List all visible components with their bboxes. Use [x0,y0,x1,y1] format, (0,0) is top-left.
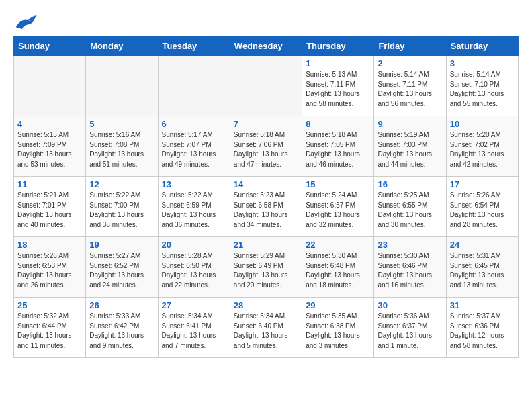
week-row-5: 25Sunrise: 5:32 AM Sunset: 6:44 PM Dayli… [14,298,519,358]
col-header-sunday: Sunday [14,37,86,56]
day-number: 3 [450,58,515,68]
week-row-2: 4Sunrise: 5:15 AM Sunset: 7:09 PM Daylig… [14,116,519,177]
day-number: 29 [306,300,370,310]
day-number: 1 [306,58,370,68]
day-number: 15 [306,179,370,189]
day-info: Sunrise: 5:30 AM Sunset: 6:46 PM Dayligh… [378,251,442,290]
day-info: Sunrise: 5:35 AM Sunset: 6:38 PM Dayligh… [306,312,370,351]
calendar-cell: 31Sunrise: 5:37 AM Sunset: 6:36 PM Dayli… [446,298,518,358]
day-number: 24 [450,240,515,250]
day-number: 16 [378,179,442,189]
calendar-cell [14,56,86,116]
day-info: Sunrise: 5:23 AM Sunset: 6:58 PM Dayligh… [234,191,298,230]
day-number: 7 [234,119,298,129]
day-number: 6 [162,119,226,129]
day-info: Sunrise: 5:26 AM Sunset: 6:54 PM Dayligh… [450,191,515,230]
calendar-cell: 18Sunrise: 5:26 AM Sunset: 6:53 PM Dayli… [14,237,86,298]
col-header-monday: Monday [86,37,158,56]
day-number: 21 [234,240,298,250]
calendar-cell: 12Sunrise: 5:22 AM Sunset: 7:00 PM Dayli… [86,177,158,237]
day-info: Sunrise: 5:25 AM Sunset: 6:55 PM Dayligh… [378,191,442,230]
calendar-cell [86,56,158,116]
week-row-1: 1Sunrise: 5:13 AM Sunset: 7:11 PM Daylig… [14,56,519,116]
day-number: 25 [17,300,82,310]
calendar-cell: 19Sunrise: 5:27 AM Sunset: 6:52 PM Dayli… [86,237,158,298]
calendar-cell: 11Sunrise: 5:21 AM Sunset: 7:01 PM Dayli… [14,177,86,237]
calendar-cell: 9Sunrise: 5:19 AM Sunset: 7:03 PM Daylig… [374,116,446,177]
day-number: 30 [378,300,442,310]
day-info: Sunrise: 5:34 AM Sunset: 6:41 PM Dayligh… [162,312,226,351]
calendar-cell: 13Sunrise: 5:22 AM Sunset: 6:59 PM Dayli… [158,177,230,237]
day-info: Sunrise: 5:20 AM Sunset: 7:02 PM Dayligh… [450,130,515,169]
day-info: Sunrise: 5:34 AM Sunset: 6:40 PM Dayligh… [234,312,298,351]
day-number: 31 [450,300,515,310]
calendar-cell: 20Sunrise: 5:28 AM Sunset: 6:50 PM Dayli… [158,237,230,298]
calendar-cell: 2Sunrise: 5:14 AM Sunset: 7:11 PM Daylig… [374,56,446,116]
day-info: Sunrise: 5:32 AM Sunset: 6:44 PM Dayligh… [17,312,82,351]
day-number: 17 [450,179,515,189]
calendar-cell: 8Sunrise: 5:18 AM Sunset: 7:05 PM Daylig… [302,116,374,177]
day-number: 26 [89,300,154,310]
calendar-cell: 7Sunrise: 5:18 AM Sunset: 7:06 PM Daylig… [230,116,302,177]
calendar-cell: 29Sunrise: 5:35 AM Sunset: 6:38 PM Dayli… [302,298,374,358]
day-info: Sunrise: 5:30 AM Sunset: 6:48 PM Dayligh… [306,251,370,290]
calendar-cell: 22Sunrise: 5:30 AM Sunset: 6:48 PM Dayli… [302,237,374,298]
calendar-cell: 4Sunrise: 5:15 AM Sunset: 7:09 PM Daylig… [14,116,86,177]
day-number: 20 [162,240,226,250]
day-number: 11 [17,179,82,189]
calendar-cell: 17Sunrise: 5:26 AM Sunset: 6:54 PM Dayli… [446,177,518,237]
day-info: Sunrise: 5:21 AM Sunset: 7:01 PM Dayligh… [17,191,82,230]
calendar-cell: 30Sunrise: 5:36 AM Sunset: 6:37 PM Dayli… [374,298,446,358]
day-number: 2 [378,58,442,68]
calendar-cell: 16Sunrise: 5:25 AM Sunset: 6:55 PM Dayli… [374,177,446,237]
day-number: 12 [89,179,154,189]
day-number: 19 [89,240,154,250]
day-number: 9 [378,119,442,129]
col-header-tuesday: Tuesday [158,37,230,56]
calendar-cell: 14Sunrise: 5:23 AM Sunset: 6:58 PM Dayli… [230,177,302,237]
week-row-4: 18Sunrise: 5:26 AM Sunset: 6:53 PM Dayli… [14,237,519,298]
day-info: Sunrise: 5:17 AM Sunset: 7:07 PM Dayligh… [162,130,226,169]
col-header-thursday: Thursday [302,37,374,56]
day-number: 22 [306,240,370,250]
calendar-cell: 26Sunrise: 5:33 AM Sunset: 6:42 PM Dayli… [86,298,158,358]
day-number: 4 [17,119,82,129]
day-number: 8 [306,119,370,129]
calendar-cell: 23Sunrise: 5:30 AM Sunset: 6:46 PM Dayli… [374,237,446,298]
day-info: Sunrise: 5:24 AM Sunset: 6:57 PM Dayligh… [306,191,370,230]
week-row-3: 11Sunrise: 5:21 AM Sunset: 7:01 PM Dayli… [14,177,519,237]
day-info: Sunrise: 5:29 AM Sunset: 6:49 PM Dayligh… [234,251,298,290]
day-number: 13 [162,179,226,189]
calendar-cell: 27Sunrise: 5:34 AM Sunset: 6:41 PM Dayli… [158,298,230,358]
day-number: 27 [162,300,226,310]
col-header-wednesday: Wednesday [230,37,302,56]
col-header-friday: Friday [374,37,446,56]
day-info: Sunrise: 5:37 AM Sunset: 6:36 PM Dayligh… [450,312,515,351]
day-number: 18 [17,240,82,250]
calendar-cell [158,56,230,116]
day-number: 23 [378,240,442,250]
day-info: Sunrise: 5:14 AM Sunset: 7:10 PM Dayligh… [450,70,515,109]
logo [13,13,40,31]
day-info: Sunrise: 5:27 AM Sunset: 6:52 PM Dayligh… [89,251,154,290]
calendar-cell: 5Sunrise: 5:16 AM Sunset: 7:08 PM Daylig… [86,116,158,177]
day-number: 5 [89,119,154,129]
day-info: Sunrise: 5:26 AM Sunset: 6:53 PM Dayligh… [17,251,82,290]
logo-icon [13,13,38,31]
day-info: Sunrise: 5:15 AM Sunset: 7:09 PM Dayligh… [17,130,82,169]
day-info: Sunrise: 5:22 AM Sunset: 6:59 PM Dayligh… [162,191,226,230]
calendar-cell: 1Sunrise: 5:13 AM Sunset: 7:11 PM Daylig… [302,56,374,116]
calendar-cell: 15Sunrise: 5:24 AM Sunset: 6:57 PM Dayli… [302,177,374,237]
header [13,13,519,31]
day-info: Sunrise: 5:36 AM Sunset: 6:37 PM Dayligh… [378,312,442,351]
col-header-saturday: Saturday [446,37,518,56]
day-info: Sunrise: 5:31 AM Sunset: 6:45 PM Dayligh… [450,251,515,290]
calendar-cell: 6Sunrise: 5:17 AM Sunset: 7:07 PM Daylig… [158,116,230,177]
calendar-cell: 10Sunrise: 5:20 AM Sunset: 7:02 PM Dayli… [446,116,518,177]
calendar-cell: 24Sunrise: 5:31 AM Sunset: 6:45 PM Dayli… [446,237,518,298]
calendar-cell [230,56,302,116]
day-info: Sunrise: 5:16 AM Sunset: 7:08 PM Dayligh… [89,130,154,169]
header-row: SundayMondayTuesdayWednesdayThursdayFrid… [14,37,519,56]
day-info: Sunrise: 5:33 AM Sunset: 6:42 PM Dayligh… [89,312,154,351]
calendar-cell: 21Sunrise: 5:29 AM Sunset: 6:49 PM Dayli… [230,237,302,298]
